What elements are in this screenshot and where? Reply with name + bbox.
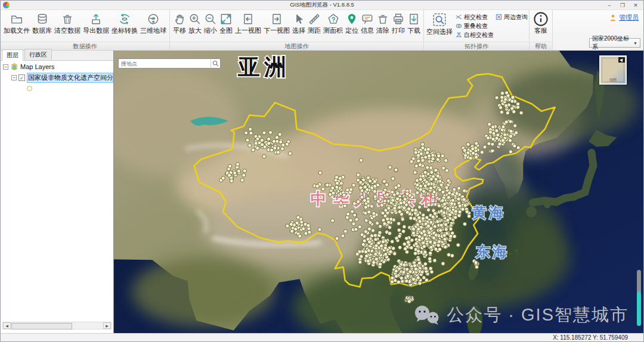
- toolbar-button[interactable]: 打印: [391, 12, 406, 35]
- measure-distance-icon: [308, 12, 321, 26]
- admin-user-link[interactable]: 管理员: [609, 13, 639, 22]
- tree-node-symbol: [1, 83, 113, 94]
- search-icon[interactable]: [210, 60, 219, 67]
- toolbar-button[interactable]: 加载文件: [2, 12, 31, 35]
- locate-pin-icon: [345, 12, 358, 26]
- toolbar-button[interactable]: 放大: [187, 12, 203, 35]
- status-bar: X: 115.185272 Y: 51.759409: [1, 333, 643, 341]
- ribbon-toolbar: 加载文件数据库清空数据导出数据坐标转换三维地球数据操作平移放大缩小全图上一视图下…: [1, 10, 643, 51]
- maximize-button[interactable]: ❐: [616, 1, 629, 10]
- ribbon-right-area: 管理员 国家2000坐标系 ▼: [553, 10, 643, 50]
- toolbar-button[interactable]: 数据库: [31, 12, 53, 35]
- toolbar-button[interactable]: 缩小: [203, 12, 218, 35]
- info-bubble-icon: [361, 12, 374, 26]
- ribbon-group-3: 客服帮助: [530, 10, 553, 50]
- toolbar-button[interactable]: 重叠检查: [456, 21, 494, 30]
- search-input[interactable]: [120, 59, 208, 68]
- nearby-query-icon: [496, 14, 502, 20]
- toolbar-button[interactable]: 三维地球: [139, 12, 168, 35]
- next-view-icon: [270, 12, 283, 26]
- prev-view-icon: [242, 12, 255, 26]
- app-window: GIS地图浏览器 - V1.8.8.5 – ❐ ✕ 加载文件数据库清空数据导出数…: [0, 0, 644, 342]
- ribbon-group-0: 加载文件数据库清空数据导出数据坐标转换三维地球数据操作: [1, 10, 170, 50]
- svg-text:亚洲: 亚洲: [237, 55, 290, 79]
- ribbon-group-label: 拓扑操作: [424, 42, 529, 50]
- full-extent-icon: [219, 12, 233, 26]
- svg-text:东海: 东海: [475, 244, 509, 260]
- zoom-out-icon: [204, 12, 217, 26]
- ribbon-group-1: 平移放大缩小全图上一视图下一视图选择测距测面积定位信息清除打印下载地图操作: [170, 10, 424, 50]
- toolbar-button[interactable]: 测距: [306, 12, 322, 35]
- toolbar-button[interactable]: 全图: [218, 12, 234, 35]
- select-cursor-icon: [292, 12, 305, 26]
- map-search-box: [118, 58, 221, 69]
- toolbar-button[interactable]: 自相交检查: [456, 30, 494, 39]
- toolbar-button[interactable]: 下载: [406, 12, 422, 35]
- layers-stack-icon: [10, 63, 18, 70]
- clear-trash-icon: [376, 12, 389, 26]
- ribbon-group-label: 地图操作: [170, 42, 423, 50]
- map-vertical-scrollbar-thumb[interactable]: [637, 291, 641, 326]
- export-icon: [89, 12, 103, 26]
- toolbar-button[interactable]: 选择: [291, 12, 306, 35]
- svg-text:黄海: 黄海: [472, 204, 506, 220]
- folder-open-icon: [10, 12, 23, 26]
- sidebar-horizontal-scrollbar[interactable]: ◀ ▶: [2, 322, 112, 329]
- toolbar-button[interactable]: 平移: [172, 12, 187, 35]
- info-circle-icon: [532, 12, 549, 26]
- toolbar-button[interactable]: 客服: [531, 12, 550, 35]
- coordinate-system-dropdown[interactable]: 国家2000坐标系 ▼: [589, 38, 640, 48]
- trash-icon: [61, 12, 74, 26]
- zoom-in-icon: [188, 12, 202, 26]
- title-bar: GIS地图浏览器 - V1.8.8.5 – ❐ ✕: [1, 1, 643, 10]
- toolbar-button[interactable]: 空间选择: [425, 11, 454, 37]
- tab-admin-regions[interactable]: 行政区: [24, 49, 52, 60]
- layer-tree: − Map Layers − ✓ 国家级非物质文化遗产空间分布_2006: [1, 61, 113, 319]
- minimap-expand-icon[interactable]: [618, 57, 625, 63]
- window-title: GIS地图浏览器 - V1.8.8.5: [1, 1, 643, 9]
- scrollbar-thumb[interactable]: [11, 323, 72, 329]
- ribbon-group-label: 帮助: [530, 42, 552, 50]
- overview-minimap[interactable]: 地图: [599, 55, 627, 85]
- layer-checkbox[interactable]: ✓: [18, 74, 25, 81]
- layers-panel: 图层 行政区 − Map Layers − ✓ 国家级非物质文化遗产空间分布_2…: [1, 51, 114, 334]
- wechat-icon: [413, 305, 441, 325]
- coord-transform-icon: [118, 12, 131, 26]
- toolbar-button[interactable]: 周边查询: [496, 13, 528, 21]
- tree-node-layer[interactable]: − ✓ 国家级非物质文化遗产空间分布_2006: [1, 72, 113, 83]
- spatial-select-icon: [432, 12, 447, 27]
- scroll-left-icon[interactable]: ◀: [3, 322, 11, 329]
- toolbar-button[interactable]: 测面积: [322, 12, 344, 35]
- point-circle-icon: [27, 86, 32, 91]
- toolbar-button[interactable]: 清空数据: [53, 12, 82, 35]
- toolbar-button[interactable]: 上一视图: [234, 12, 262, 35]
- map-vertical-scrollbar[interactable]: [637, 270, 641, 294]
- database-icon: [36, 12, 49, 26]
- map-canvas[interactable]: 亚洲中华人民共和国黄海东海 地图 公众号 · GIS智慧城市: [114, 51, 643, 334]
- tree-node-root[interactable]: − Map Layers: [1, 61, 113, 72]
- toolbar-button[interactable]: 相交检查: [456, 13, 494, 21]
- tab-layers[interactable]: 图层: [2, 49, 23, 61]
- toolbar-button[interactable]: 导出数据: [82, 12, 110, 35]
- toolbar-button[interactable]: 信息: [360, 12, 375, 35]
- pan-hand-icon: [173, 12, 186, 26]
- intersect-check-icon: [456, 14, 462, 20]
- toolbar-button[interactable]: 清除: [375, 12, 391, 35]
- chevron-down-icon: ▼: [633, 41, 637, 45]
- toolbar-button[interactable]: 下一视图: [262, 12, 291, 35]
- layer-name[interactable]: 国家级非物质文化遗产空间分布_2006: [27, 73, 113, 83]
- scroll-right-icon[interactable]: ▶: [103, 322, 111, 329]
- user-icon: [609, 14, 617, 22]
- close-button[interactable]: ✕: [629, 1, 642, 10]
- print-icon: [392, 12, 405, 26]
- globe-icon: [147, 12, 160, 26]
- collapse-icon[interactable]: −: [3, 64, 8, 70]
- download-icon: [407, 12, 420, 26]
- watermark: 公众号 · GIS智慧城市: [413, 303, 628, 327]
- minimize-button[interactable]: –: [603, 1, 616, 10]
- toolbar-button[interactable]: 坐标转换: [110, 12, 139, 35]
- collapse-icon[interactable]: −: [11, 75, 17, 80]
- toolbar-button[interactable]: 定位: [344, 12, 360, 35]
- minimap-label: 地图: [600, 77, 626, 83]
- measure-area-icon: [327, 12, 340, 26]
